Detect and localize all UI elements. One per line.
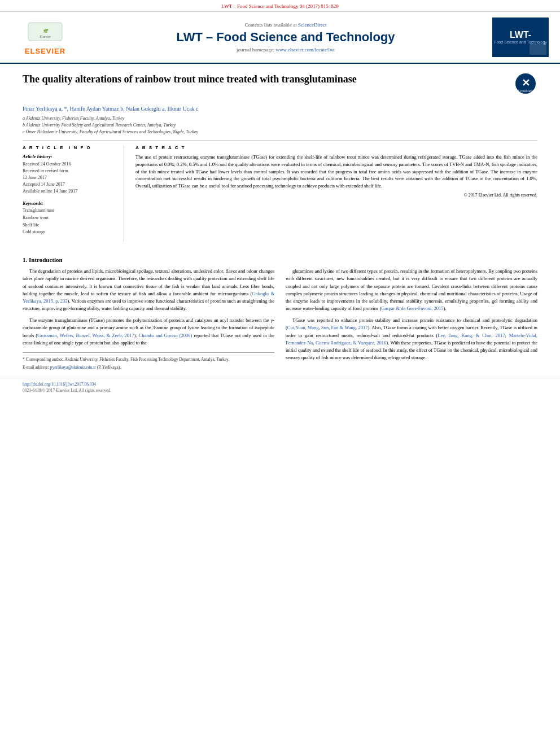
homepage-line: journal homepage: www.elsevier.com/locat…	[79, 47, 492, 53]
keyword-1: Transglutaminase	[23, 207, 117, 215]
intro-left-col: The degradation of proteins and lipids, …	[23, 268, 274, 372]
intro-columns: The degradation of proteins and lipids, …	[23, 268, 537, 372]
abstract-label: A B S T R A C T	[135, 145, 537, 150]
journal-title: LWT – Food Science and Technology	[79, 30, 492, 45]
keywords-block: Keywords: Transglutaminase Rainbow trout…	[23, 200, 117, 236]
abstract-column: A B S T R A C T The use of protein restr…	[135, 145, 537, 242]
ref-chambi[interactable]: Chambi and Grosso (2006)	[138, 333, 192, 338]
issn-copyright: 0023-6438/© 2017 Elsevier Ltd. All right…	[23, 388, 537, 393]
revised-label: Received in revised form	[23, 168, 117, 174]
info-abstract-columns: A R T I C L E I N F O Article history: R…	[23, 145, 537, 242]
ref-gokoglu[interactable]: Gokoglu & Yerlikaya, 2015, p. 233	[23, 291, 274, 304]
keyword-2: Rainbow trout	[23, 215, 117, 222]
article-header-section: The quality alterations of rainbow trout…	[0, 64, 560, 251]
accepted-date: Accepted 14 June 2017	[23, 181, 117, 188]
email-link[interactable]: pyerlikaya@akdeniz.edu.tr	[50, 365, 97, 370]
main-content: 1. Introduction The degradation of prote…	[0, 251, 560, 378]
affiliation-a: a Akdeniz University, Fisheries Faculty,…	[23, 115, 537, 122]
intro-para3: glutamines and lysine of two different t…	[286, 268, 537, 312]
affiliation-b: b Akdeniz University Food Safety and Agr…	[23, 122, 537, 129]
contents-line: Contents lists available at ScienceDirec…	[79, 22, 492, 28]
title-section: The quality alterations of rainbow trout…	[23, 73, 537, 100]
corresponding-note: * Corresponding author. Akdeniz Universi…	[23, 356, 274, 362]
affiliation-c: c Omer Halisdemir University, Faculty of…	[23, 129, 537, 136]
abstract-text: The use of protein restructuring enzyme …	[135, 154, 537, 199]
article-title: The quality alterations of rainbow trout…	[23, 73, 509, 86]
journal-header: 🌿 Elsevier ELSEVIER Contents lists avail…	[0, 12, 560, 64]
doi-line: http://dx.doi.org/10.1016/j.lwt.2017.06.…	[23, 382, 537, 387]
crossmark-badge[interactable]: ✕ CrossMark	[515, 73, 537, 95]
ref-lee[interactable]: Lee, Jang, Kang, & Chin, 2017; Martelo-V…	[286, 333, 537, 346]
history-block: Article history: Received 24 October 201…	[23, 154, 117, 195]
journal-center-info: Contents lists available at ScienceDirec…	[79, 22, 492, 53]
elsevier-name: ELSEVIER	[25, 47, 65, 55]
footnotes-section: * Corresponding author. Akdeniz Universi…	[23, 352, 274, 371]
bottom-bar: http://dx.doi.org/10.1016/j.lwt.2017.06.…	[0, 378, 560, 396]
svg-text:Elsevier: Elsevier	[40, 35, 51, 38]
journal-info-bar: LWT – Food Science and Technology 84 (20…	[0, 0, 560, 12]
header-separator	[23, 140, 537, 141]
lwt-logo-box: LWT- Food Science and Technology	[492, 18, 549, 57]
email-note: E-mail address: pyerlikaya@akdeniz.edu.t…	[23, 364, 274, 370]
journal-citation: LWT – Food Science and Technology 84 (20…	[221, 3, 338, 9]
intro-right-col: glutamines and lysine of two different t…	[286, 268, 537, 372]
elsevier-logo-container: 🌿 Elsevier ELSEVIER	[11, 20, 79, 55]
keywords-heading: Keywords:	[23, 200, 117, 206]
article-info-label: A R T I C L E I N F O	[23, 145, 117, 150]
keyword-3: Shelf life	[23, 222, 117, 229]
authors-line: Pinar Yerlikaya a, *, Hanife Aydan Yatma…	[23, 106, 537, 112]
revised-date: 12 June 2017	[23, 174, 117, 181]
ref-gaspar[interactable]: Gaspar & de Goes-Favoni, 2015	[381, 305, 443, 311]
homepage-link[interactable]: www.elsevier.com/locate/lwt	[276, 47, 335, 53]
keyword-4: Cold storage	[23, 229, 117, 236]
intro-para4: TGase was reported to enhance protein st…	[286, 317, 537, 361]
sciencedirect-link[interactable]: ScienceDirect	[298, 22, 326, 28]
intro-para2: The enzyme transglutaminase (TGase) prom…	[23, 317, 274, 347]
elsevier-tree-icon: 🌿 Elsevier	[17, 20, 73, 47]
available-date: Available online 14 June 2017	[23, 188, 117, 195]
affiliations-block: a Akdeniz University, Fisheries Faculty,…	[23, 115, 537, 136]
received-date: Received 24 October 2016	[23, 161, 117, 168]
doi-link[interactable]: http://dx.doi.org/10.1016/j.lwt.2017.06.…	[23, 382, 96, 387]
abstract-copyright: © 2017 Elsevier Ltd. All rights reserved…	[135, 192, 537, 199]
intro-heading: 1. Introduction	[23, 256, 537, 263]
lwt-logo-text: LWT-	[510, 30, 531, 40]
ref-grossman[interactable]: Grossman, Wefers, Bunzel, Weiss, & Zeeb,…	[37, 333, 134, 338]
svg-text:CrossMark: CrossMark	[518, 89, 533, 93]
intro-para1: The degradation of proteins and lipids, …	[23, 268, 274, 312]
article-info-column: A R T I C L E I N F O Article history: R…	[23, 145, 124, 242]
history-heading: Article history:	[23, 154, 117, 159]
ref-cui[interactable]: Cui,Yuan, Wang, Sun, Fan & Wang, 2017	[287, 325, 368, 330]
svg-text:✕: ✕	[522, 77, 530, 89]
